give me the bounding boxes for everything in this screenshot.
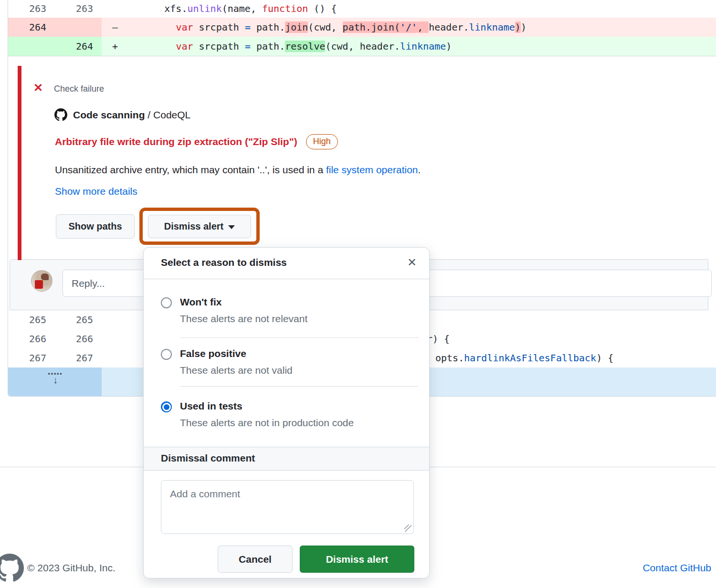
new-line-number: 263 (55, 0, 93, 18)
new-line-number: 265 (55, 310, 93, 329)
check-status-label: Check failure (54, 84, 104, 94)
new-line-number: 264 (55, 37, 93, 56)
show-more-details-link[interactable]: Show more details (55, 186, 137, 197)
alert-title: Arbitrary file write during zip extracti… (55, 136, 297, 147)
radio-false-positive[interactable] (161, 349, 172, 360)
dismiss-alert-confirm-button[interactable]: Dismiss alert (300, 546, 414, 573)
divider (180, 337, 419, 338)
code-line: var srcpath = path.join(cwd, path.join('… (124, 18, 526, 37)
alert-description: Unsanitized archive entry, which may con… (55, 164, 421, 176)
dismissal-comment-section: Dismissal comment (144, 447, 429, 471)
dismiss-alert-label: Dismiss alert (164, 221, 224, 232)
diff-row-added-264: 264 + var srcpath = path.resolve(cwd, he… (8, 37, 716, 56)
option-description: These alerts are not in production code (180, 416, 354, 430)
option-description: These alerts are not valid (180, 364, 293, 377)
alert-title-row: Arbitrary file write during zip extracti… (55, 134, 338, 149)
old-line-number: 266 (8, 329, 46, 348)
new-line-number: 267 (55, 348, 93, 368)
option-used-in-tests[interactable]: Used in tests These alerts are not in pr… (161, 399, 419, 430)
old-line-number: 265 (8, 310, 46, 329)
footer-copyright: © 2023 GitHub, Inc. (27, 562, 116, 574)
old-line-number: 267 (8, 348, 46, 368)
option-description: These alerts are not relevant (180, 312, 307, 326)
added-sign: + (112, 37, 118, 56)
check-failure-accent-bar (18, 66, 21, 260)
expand-down-icon[interactable]: ••••• ↓ (43, 371, 67, 385)
radio-wont-fix[interactable] (161, 297, 172, 308)
check-tool-line: Code scanning / CodeQL (54, 108, 190, 121)
expand-row-gutter[interactable]: ••••• ↓ (8, 368, 102, 396)
divider (180, 386, 419, 387)
old-line-number: 263 (8, 0, 46, 18)
diff-row-context-263: 263 263 xfs.unlink(name, function () { (8, 0, 716, 18)
dismiss-alert-dropdown-button[interactable]: Dismiss alert (148, 215, 251, 238)
old-line-number: 264 (8, 18, 46, 37)
file-system-operation-link[interactable]: file system operation (326, 164, 418, 175)
show-paths-button[interactable]: Show paths (56, 214, 135, 239)
divider (8, 56, 716, 56)
option-false-positive[interactable]: False positive These alerts are not vali… (161, 347, 419, 377)
page: 263 263 xfs.unlink(name, function () { 2… (0, 0, 716, 588)
check-failure-x-icon: ✕ (33, 82, 43, 94)
dialog-header: Select a reason to dismiss ✕ (144, 248, 429, 279)
option-label: Used in tests (180, 399, 354, 413)
option-label: Won't fix (180, 295, 307, 309)
removed-sign: – (112, 18, 118, 37)
radio-used-in-tests[interactable] (161, 401, 172, 412)
code-line-partial: r) { (427, 329, 450, 348)
code-line: xfs.unlink(name, function () { (124, 0, 337, 18)
contact-github-link[interactable]: Contact GitHub (642, 562, 711, 574)
dismissal-comment-label: Dismissal comment (161, 452, 255, 464)
chevron-down-icon (228, 225, 235, 229)
close-icon[interactable]: ✕ (407, 256, 417, 269)
check-tool-name: Code scanning / CodeQL (73, 109, 190, 121)
github-mark-icon (54, 108, 67, 121)
option-wont-fix[interactable]: Won't fix These alerts are not relevant (161, 295, 419, 326)
severity-badge: High (306, 134, 338, 149)
dialog-title: Select a reason to dismiss (161, 257, 287, 268)
new-line-number: 266 (55, 329, 93, 348)
dismissal-comment-textarea[interactable] (161, 480, 414, 534)
code-line-partial: opts.hardlinkAsFilesFallback) { (435, 348, 613, 368)
diff-row-removed-264: 264 – var srcpath = path.join(cwd, path.… (8, 18, 716, 37)
code-line: var srcpath = path.resolve(cwd, header.l… (124, 37, 452, 56)
option-label: False positive (180, 347, 293, 360)
dismiss-reason-dialog: Select a reason to dismiss ✕ Won't fix T… (143, 247, 430, 578)
cancel-button[interactable]: Cancel (218, 546, 293, 573)
github-logo-footer (0, 554, 24, 582)
